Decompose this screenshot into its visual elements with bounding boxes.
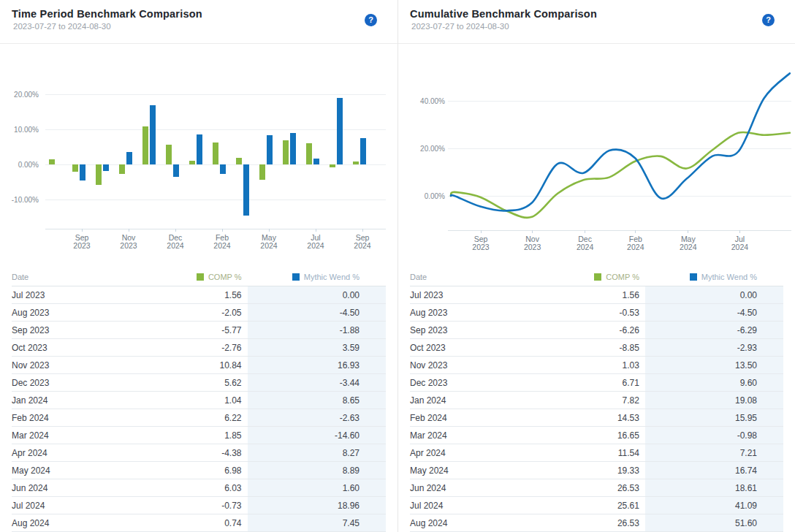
svg-text:0.00%: 0.00%: [425, 192, 445, 200]
mythic-wend-value-cell: 16.74: [645, 462, 783, 479]
date-cell: Dec 2023: [410, 374, 541, 392]
mythic-wend-value-cell: 51.60: [645, 514, 783, 532]
comp-value-cell: 1.03: [541, 357, 645, 374]
mythic-wend-value-cell: 41.09: [645, 497, 783, 514]
help-icon[interactable]: ?: [762, 14, 775, 26]
mythic-wend-value-cell: 13.50: [645, 357, 783, 374]
date-cell: Feb 2024: [12, 409, 142, 427]
table-row: Dec 20236.719.60: [410, 374, 783, 392]
mythic-wend-value-cell: 15.95: [645, 409, 783, 427]
comp-value-cell: 11.54: [541, 444, 645, 462]
date-cell: Sep 2023: [12, 322, 142, 339]
line-chart: 40.00%20.00%0.00%Sep2023Nov2023Dec2024Fe…: [398, 44, 795, 267]
mythic-wend-value-cell: 7.45: [248, 514, 386, 532]
time-period-table: Date COMP % Mythic Wend % Jul 20231.560.…: [12, 267, 386, 532]
svg-text:0.00%: 0.00%: [18, 161, 39, 169]
mythic-wend-value-cell: 8.27: [248, 444, 386, 462]
table-row: Feb 202414.5315.95: [410, 409, 783, 427]
date-cell: Nov 2023: [12, 357, 142, 374]
table-row: Jun 20246.031.60: [12, 479, 386, 497]
comp-value-cell: -0.73: [142, 497, 247, 514]
svg-text:2024: 2024: [731, 243, 749, 251]
date-cell: Jul 2023: [12, 286, 142, 304]
svg-text:2024: 2024: [307, 241, 324, 250]
table-row: Nov 202310.8416.93: [12, 357, 386, 374]
comp-value-cell: 19.33: [541, 462, 645, 479]
table-row: Aug 202426.5351.60: [410, 514, 783, 532]
comp-value-cell: 0.74: [142, 514, 247, 532]
comp-value-cell: 6.03: [142, 479, 247, 497]
mythic-wend-value-cell: 0.00: [248, 286, 386, 304]
date-cell: May 2024: [12, 462, 142, 479]
comp-value-cell: -0.53: [541, 304, 645, 322]
column-header-comp: COMP %: [142, 267, 247, 286]
mythic-wend-value-cell: -0.98: [645, 427, 783, 444]
time-period-panel: Time Period Benchmark Comparison 2023-07…: [0, 0, 398, 532]
mythic-wend-value-cell: -1.88: [248, 322, 386, 339]
svg-text:20.00%: 20.00%: [420, 145, 445, 153]
comp-value-cell: 1.85: [142, 427, 247, 444]
comp-value-cell: 7.82: [541, 392, 645, 409]
comp-value-cell: -2.05: [142, 304, 247, 322]
date-cell: Aug 2023: [410, 304, 541, 322]
mythic-wend-value-cell: 8.89: [248, 462, 386, 479]
page-title: Time Period Benchmark Comparison: [12, 8, 386, 20]
mythic-wend-value-cell: -2.93: [645, 339, 783, 357]
table-row: Oct 2023-2.763.59: [12, 339, 386, 357]
comp-value-cell: 5.62: [142, 374, 247, 392]
table-row: Sep 2023-5.77-1.88: [12, 322, 386, 339]
svg-text:2023: 2023: [472, 243, 490, 251]
date-cell: Mar 2024: [410, 427, 541, 444]
date-cell: Apr 2024: [410, 444, 541, 462]
date-cell: Jan 2024: [12, 392, 142, 409]
date-cell: Mar 2024: [12, 427, 142, 444]
table-row: Nov 20231.0313.50: [410, 357, 783, 374]
date-cell: Feb 2024: [410, 409, 541, 427]
mythic-wend-value-cell: 7.21: [645, 444, 783, 462]
table-row: Mar 202416.65-0.98: [410, 427, 783, 444]
date-cell: Oct 2023: [410, 339, 541, 357]
table-row: Dec 20235.62-3.44: [12, 374, 386, 392]
table-row: Apr 202411.547.21: [410, 444, 783, 462]
date-cell: Jun 2024: [12, 479, 142, 497]
mythic-wend-value-cell: -2.63: [248, 409, 386, 427]
svg-text:40.00%: 40.00%: [420, 97, 445, 105]
table-row: Aug 2023-2.05-4.50: [12, 304, 386, 322]
comp-value-cell: -2.76: [142, 339, 247, 357]
date-range: 2023-07-27 to 2024-08-30: [411, 22, 783, 31]
mythic-wend-value-cell: 18.61: [645, 479, 783, 497]
svg-text:2024: 2024: [354, 241, 371, 250]
comp-value-cell: 26.53: [541, 479, 645, 497]
bar-chart-svg: 20.00%10.00%0.00%-10.00%Sep2023Nov2023De…: [0, 44, 398, 263]
comp-value-cell: -6.26: [541, 322, 645, 339]
svg-text:2023: 2023: [120, 241, 137, 250]
mythic-wend-value-cell: -14.60: [248, 427, 386, 444]
svg-text:2023: 2023: [524, 243, 541, 251]
page-title: Cumulative Benchmark Comparison: [410, 8, 783, 20]
date-cell: Oct 2023: [12, 339, 142, 357]
time-period-table-body: Jul 20231.560.00Aug 2023-2.05-4.50Sep 20…: [12, 286, 386, 532]
comp-value-cell: 10.84: [142, 357, 247, 374]
cumulative-panel: Cumulative Benchmark Comparison 2023-07-…: [398, 0, 795, 532]
date-cell: Aug 2024: [12, 514, 142, 532]
column-header-date: Date: [12, 267, 142, 286]
column-header-comp: COMP %: [541, 267, 645, 286]
comp-value-cell: 1.56: [541, 286, 645, 304]
help-icon[interactable]: ?: [365, 14, 377, 26]
svg-text:-10.00%: -10.00%: [12, 196, 39, 204]
comp-value-cell: 1.56: [142, 286, 247, 304]
mythic-wend-value-cell: 19.08: [645, 392, 783, 409]
table-row: Mar 20241.85-14.60: [12, 427, 386, 444]
line-chart-svg: 40.00%20.00%0.00%Sep2023Nov2023Dec2024Fe…: [398, 44, 795, 263]
svg-text:2024: 2024: [213, 241, 231, 250]
table-row: Sep 2023-6.26-6.29: [410, 322, 783, 339]
column-header-mythic-wend: Mythic Wend %: [645, 267, 783, 286]
table-row: Jan 20241.048.65: [12, 392, 386, 409]
table-row: Jan 20247.8219.08: [410, 392, 783, 409]
date-cell: Aug 2023: [12, 304, 142, 322]
mythic-wend-value-cell: 1.60: [248, 479, 386, 497]
mythic-wend-value-cell: -4.50: [248, 304, 386, 322]
date-cell: Nov 2023: [410, 357, 541, 374]
comp-value-cell: 1.04: [142, 392, 247, 409]
cumulative-table-body: Jul 20231.560.00Aug 2023-0.53-4.50Sep 20…: [410, 286, 783, 532]
